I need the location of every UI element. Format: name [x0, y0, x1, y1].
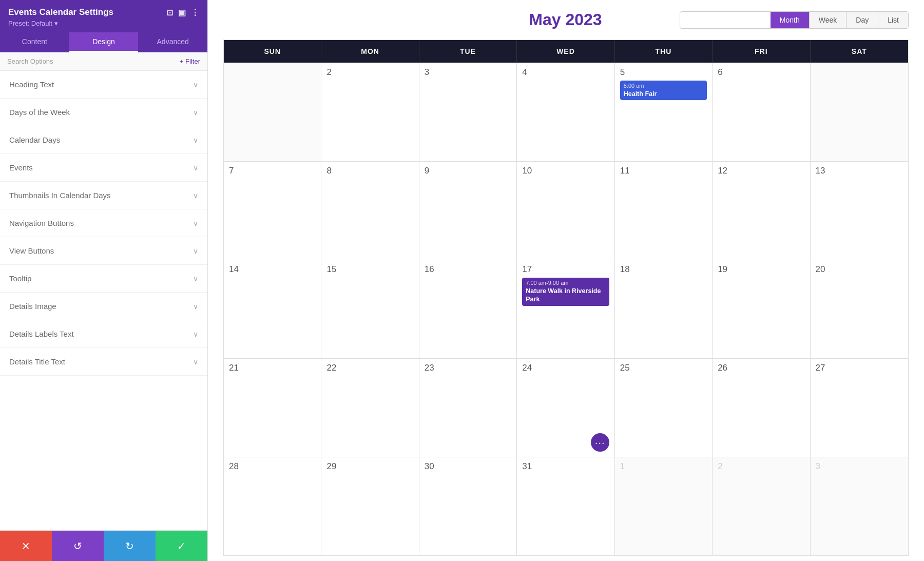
calendar-cell: 8 [321, 162, 419, 260]
settings-item-thumbnails[interactable]: Thumbnails In Calendar Days ∨ [0, 182, 207, 209]
chevron-down-icon: ∨ [193, 247, 198, 255]
calendar-body: 2 3 4 5 8:00 am Health Fair 6 7 8 9 10 [224, 63, 908, 555]
calendar-grid: SUN MON TUE WED THU FRI SAT 2 3 4 5 8:00… [223, 40, 909, 556]
panel-header: Events Calendar Settings ⊡ ▣ ⋮ Preset: D… [0, 0, 207, 32]
calendar-row-2: 7 8 9 10 11 12 13 [224, 161, 908, 260]
panel-title-bar: Events Calendar Settings ⊡ ▣ ⋮ [8, 7, 199, 17]
settings-panel: Events Calendar Settings ⊡ ▣ ⋮ Preset: D… [0, 0, 208, 561]
bottom-action-bar: ✕ ↺ ↻ ✓ [0, 530, 207, 561]
view-btn-day[interactable]: Day [846, 12, 878, 28]
chevron-down-icon: ∨ [193, 330, 198, 338]
search-bar: Search Options + Filter [0, 52, 207, 71]
calendar-cell: 9 [419, 162, 517, 260]
calendar-cell-5: 5 8:00 am Health Fair [615, 63, 713, 161]
chevron-down-icon: ∨ [193, 164, 198, 172]
chevron-down-icon: ∨ [193, 81, 198, 89]
more-icon[interactable]: ⋮ [191, 8, 199, 17]
day-header-mon: MON [321, 40, 419, 63]
settings-label-heading-text: Heading Text [9, 80, 54, 89]
event-name: Nature Walk in Riverside Park [526, 287, 605, 304]
settings-list: Heading Text ∨ Days of the Week ∨ Calend… [0, 71, 207, 530]
day-headers-row: SUN MON TUE WED THU FRI SAT [224, 40, 908, 63]
calendar-cell: 26 [713, 359, 810, 457]
day-header-sun: SUN [224, 40, 321, 63]
settings-item-days-of-week[interactable]: Days of the Week ∨ [0, 99, 207, 126]
view-btn-week[interactable]: Week [810, 12, 847, 28]
settings-item-calendar-days[interactable]: Calendar Days ∨ [0, 126, 207, 154]
event-nature-walk[interactable]: 7:00 am-9:00 am Nature Walk in Riverside… [522, 278, 609, 306]
chevron-down-icon: ∨ [193, 108, 198, 117]
chevron-down-icon: ∨ [193, 191, 198, 200]
more-events-button[interactable]: ··· [591, 433, 609, 452]
calendar-cell-24: 24 ··· [517, 359, 614, 457]
calendar-cell: 20 [811, 260, 908, 358]
chevron-down-icon: ∨ [193, 275, 198, 283]
settings-item-details-image[interactable]: Details Image ∨ [0, 293, 207, 320]
settings-label-details-title-text: Details Title Text [9, 357, 65, 366]
calendar-cell: 22 [321, 359, 419, 457]
calendar-cell: 6 [713, 63, 810, 161]
tab-content[interactable]: Content [0, 32, 69, 52]
calendar-cell: 19 [713, 260, 810, 358]
chevron-down-icon: ∨ [193, 136, 198, 144]
calendar-cell: 16 [419, 260, 517, 358]
calendar-cell [224, 63, 321, 161]
expand-icon[interactable]: ▣ [178, 8, 186, 17]
minimize-icon[interactable]: ⊡ [166, 8, 173, 17]
event-health-fair[interactable]: 8:00 am Health Fair [620, 81, 707, 100]
cancel-button[interactable]: ✕ [0, 531, 52, 561]
settings-label-nav-buttons: Navigation Buttons [9, 219, 74, 227]
settings-label-details-image: Details Image [9, 302, 56, 311]
panel-preset[interactable]: Preset: Default ▾ [8, 20, 199, 27]
settings-item-heading-text[interactable]: Heading Text ∨ [0, 71, 207, 99]
calendar-header: May 2023 Month Week Day List [223, 10, 909, 29]
calendar-cell: 7 [224, 162, 321, 260]
calendar-cell: 31 [517, 457, 614, 555]
calendar-cell: 1 [615, 457, 713, 555]
calendar-cell: 25 [615, 359, 713, 457]
event-time: 8:00 am [624, 83, 703, 89]
search-options-text[interactable]: Search Options [7, 57, 53, 65]
calendar-cell: 2 [713, 457, 810, 555]
calendar-cell: 13 [811, 162, 908, 260]
calendar-cell: 3 [811, 457, 908, 555]
settings-label-thumbnails: Thumbnails In Calendar Days [9, 191, 111, 200]
calendar-cell: 15 [321, 260, 419, 358]
calendar-cell [811, 63, 908, 161]
panel-header-icons: ⊡ ▣ ⋮ [166, 8, 199, 17]
calendar-cell: 21 [224, 359, 321, 457]
calendar-row-1: 2 3 4 5 8:00 am Health Fair 6 [224, 63, 908, 161]
calendar-cell: 18 [615, 260, 713, 358]
settings-label-details-labels-text: Details Labels Text [9, 330, 74, 338]
calendar-cell: 10 [517, 162, 614, 260]
settings-label-tooltip: Tooltip [9, 274, 31, 283]
chevron-down-icon: ∨ [193, 219, 198, 227]
day-header-thu: THU [615, 40, 713, 63]
calendar-row-5: 28 29 30 31 1 2 3 [224, 457, 908, 555]
settings-item-events[interactable]: Events ∨ [0, 154, 207, 182]
view-btn-list[interactable]: List [878, 12, 908, 28]
settings-item-nav-buttons[interactable]: Navigation Buttons ∨ [0, 209, 207, 237]
calendar-cell: 29 [321, 457, 419, 555]
calendar-cell: 11 [615, 162, 713, 260]
settings-item-view-buttons[interactable]: View Buttons ∨ [0, 237, 207, 265]
save-button[interactable]: ✓ [156, 531, 207, 561]
settings-item-details-title-text[interactable]: Details Title Text ∨ [0, 348, 207, 376]
view-btn-month[interactable]: Month [771, 12, 810, 28]
undo-button[interactable]: ↺ [52, 531, 104, 561]
more-dots-icon: ··· [595, 437, 605, 448]
settings-item-details-labels-text[interactable]: Details Labels Text ∨ [0, 320, 207, 348]
filter-button[interactable]: + Filter [180, 57, 200, 65]
day-header-fri: FRI [713, 40, 810, 63]
calendar-panel: May 2023 Month Week Day List SUN MON TUE… [208, 0, 924, 561]
tab-design[interactable]: Design [69, 32, 139, 52]
tab-advanced[interactable]: Advanced [138, 32, 207, 52]
panel-title-text: Events Calendar Settings [8, 7, 166, 17]
chevron-down-icon: ∨ [193, 358, 198, 366]
redo-button[interactable]: ↻ [104, 531, 156, 561]
calendar-cell: 4 [517, 63, 614, 161]
settings-item-tooltip[interactable]: Tooltip ∨ [0, 265, 207, 293]
chevron-down-icon: ∨ [193, 302, 198, 311]
calendar-row-4: 21 22 23 24 ··· 25 26 27 [224, 358, 908, 457]
calendar-cell: 14 [224, 260, 321, 358]
